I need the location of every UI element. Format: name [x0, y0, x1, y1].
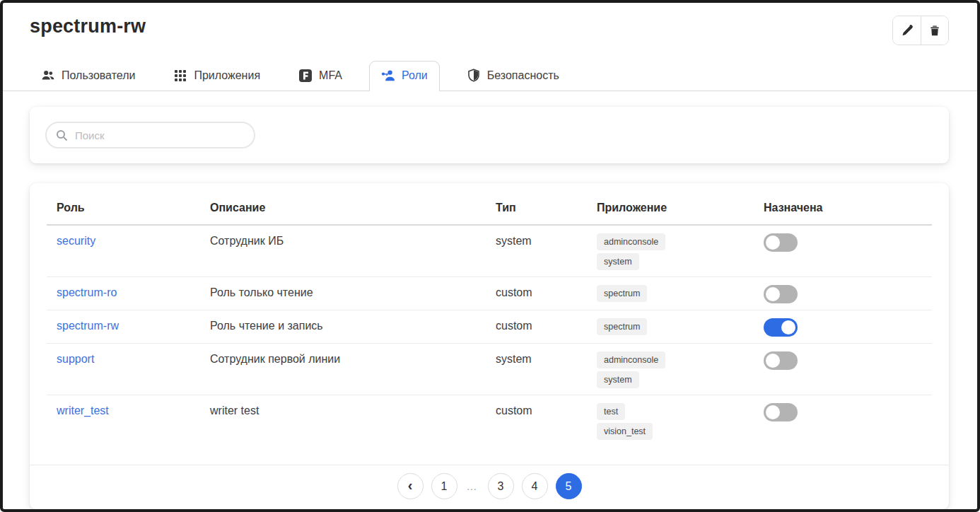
- app-badge: system: [597, 371, 639, 388]
- tab-label: Пользователи: [62, 69, 135, 82]
- role-type: system: [486, 225, 587, 277]
- pagination-prev-button[interactable]: ‹: [397, 473, 424, 499]
- role-description: Сотрудник первой линии: [200, 344, 486, 395]
- search-input[interactable]: [75, 129, 248, 141]
- role-description: Сотрудник ИБ: [200, 225, 486, 277]
- role-link[interactable]: writer_test: [57, 405, 109, 417]
- entity-actions: [892, 16, 949, 45]
- window: spectrum-rw Пользователи: [0, 0, 980, 512]
- role-description: Роль чтение и запись: [200, 310, 486, 344]
- column-header: Роль: [47, 190, 200, 225]
- page-button-4[interactable]: 4: [522, 473, 548, 499]
- tab-applications[interactable]: Приложения: [162, 62, 272, 91]
- role-type: custom: [486, 310, 587, 344]
- pagination: ‹1…345: [30, 465, 949, 509]
- page-button-5[interactable]: 5: [556, 473, 582, 499]
- pencil-icon: [901, 24, 914, 37]
- column-header: Описание: [200, 190, 486, 225]
- app-badge: adminconsole: [597, 233, 665, 250]
- app-badge: vision_test: [597, 423, 653, 440]
- role-link[interactable]: spectrum-ro: [57, 286, 117, 298]
- column-header: Назначена: [754, 190, 932, 225]
- edit-button[interactable]: [893, 16, 921, 45]
- search-icon: [56, 129, 68, 141]
- tab-users[interactable]: Пользователи: [30, 62, 146, 91]
- assigned-toggle[interactable]: [764, 403, 798, 421]
- mfa-icon: [298, 69, 313, 83]
- role-description: writer test: [200, 395, 486, 466]
- table-row: spectrum-rw Роль чтение и запись custom …: [47, 310, 932, 344]
- apps-grid-icon: [173, 69, 187, 83]
- roles-table-card: РольОписаниеТипПриложениеНазначена secur…: [30, 183, 949, 509]
- app-badge: spectrum: [597, 285, 647, 302]
- table-header-row: РольОписаниеТипПриложениеНазначена: [47, 190, 932, 225]
- app-badge: test: [597, 403, 625, 420]
- app-badge: adminconsole: [597, 351, 665, 368]
- assigned-toggle[interactable]: [764, 233, 798, 252]
- roles-table: РольОписаниеТипПриложениеНазначена secur…: [47, 190, 932, 465]
- role-apps: spectrum: [597, 318, 754, 335]
- role-link[interactable]: spectrum-rw: [57, 320, 119, 332]
- tab-bar: Пользователи Приложения MFA Роли Безопас…: [3, 61, 977, 91]
- page-header: spectrum-rw: [3, 3, 977, 45]
- trash-icon: [928, 24, 941, 37]
- tab-mfa[interactable]: MFA: [287, 62, 354, 91]
- search-box: [45, 122, 255, 149]
- page-button-1[interactable]: 1: [431, 473, 457, 499]
- table-body: security Сотрудник ИБ system adminconsol…: [47, 225, 932, 465]
- role-type: custom: [486, 277, 587, 310]
- tab-label: Приложения: [194, 69, 260, 82]
- role-apps: adminconsolesystem: [597, 351, 754, 388]
- role-link[interactable]: security: [57, 235, 95, 247]
- roles-key-user-icon: [381, 69, 395, 83]
- role-link[interactable]: support: [57, 353, 94, 365]
- role-type: custom: [486, 395, 587, 466]
- tab-security[interactable]: Безопасность: [455, 62, 571, 91]
- table-row: security Сотрудник ИБ system adminconsol…: [47, 225, 932, 277]
- table-row: support Сотрудник первой линии system ad…: [47, 344, 932, 395]
- role-description: Роль только чтение: [200, 277, 486, 310]
- assigned-toggle[interactable]: [764, 285, 798, 303]
- delete-button[interactable]: [921, 16, 948, 45]
- page-button-3[interactable]: 3: [488, 473, 514, 499]
- tab-roles[interactable]: Роли: [369, 61, 440, 91]
- search-card: [30, 107, 949, 163]
- table-row: spectrum-ro Роль только чтение custom sp…: [47, 277, 932, 310]
- tab-label: Безопасность: [487, 69, 559, 82]
- pagination-ellipsis: …: [465, 480, 480, 492]
- assigned-toggle[interactable]: [764, 351, 798, 370]
- tab-label: Роли: [402, 69, 428, 82]
- table-row: writer_test writer test custom testvisio…: [47, 395, 932, 466]
- column-header: Тип: [486, 190, 587, 225]
- role-type: system: [486, 344, 587, 395]
- app-badge: system: [597, 253, 639, 270]
- assigned-toggle[interactable]: [764, 318, 798, 337]
- role-apps: adminconsolesystem: [597, 233, 754, 270]
- app-badge: spectrum: [597, 318, 647, 335]
- users-icon: [41, 69, 55, 83]
- tab-label: MFA: [319, 69, 342, 82]
- page-title: spectrum-rw: [30, 16, 146, 37]
- role-apps: spectrum: [597, 285, 754, 302]
- shield-icon: [467, 69, 481, 83]
- role-apps: testvision_test: [597, 403, 754, 440]
- column-header: Приложение: [587, 190, 754, 225]
